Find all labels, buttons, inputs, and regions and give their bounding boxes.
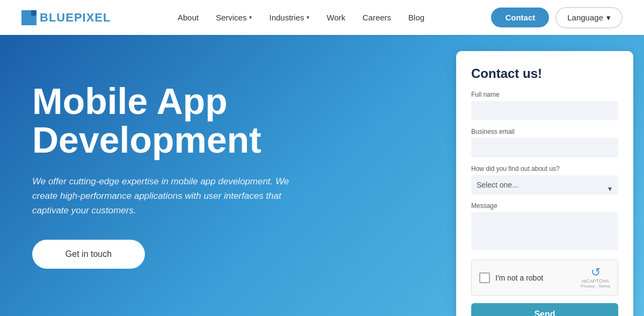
chevron-down-icon: ▾ <box>249 14 252 21</box>
captcha-checkbox[interactable] <box>479 272 490 283</box>
nav-blog[interactable]: Blog <box>408 13 425 22</box>
main-nav: About Services ▾ Industries ▾ Work Caree… <box>178 13 425 22</box>
hero-left: Mobile App Development We offer cutting-… <box>0 35 445 316</box>
nav-services[interactable]: Services ▾ <box>216 13 252 22</box>
logo[interactable]: BLUEPIXEL <box>21 10 111 25</box>
nav-about[interactable]: About <box>178 13 199 22</box>
business-email-label: Business email <box>471 128 618 135</box>
header: BLUEPIXEL About Services ▾ Industries ▾ … <box>0 0 644 35</box>
logo-text: BLUEPIXEL <box>40 11 111 25</box>
message-textarea[interactable] <box>471 212 618 250</box>
contact-card: Contact us! Full name Business email How… <box>456 51 633 316</box>
language-button[interactable]: Language ▾ <box>555 7 623 28</box>
recaptcha-icon: ↺ <box>591 267 601 278</box>
chevron-down-icon: ▾ <box>606 13 611 23</box>
recaptcha-brand: reCAPTCHA <box>582 278 609 284</box>
logo-pixel: PIXEL <box>74 11 111 24</box>
business-email-input[interactable] <box>471 138 618 157</box>
chevron-down-icon: ▾ <box>306 14 310 21</box>
full-name-label: Full name <box>471 91 618 98</box>
hero-subtitle: We offer cutting-edge expertise in mobil… <box>32 174 301 218</box>
how-select-wrapper: Select one... ▾ <box>471 175 618 202</box>
nav-work[interactable]: Work <box>327 13 346 22</box>
recaptcha-links: Privacy - Terms <box>581 284 610 289</box>
captcha-label: I'm not a robot <box>495 274 543 282</box>
how-select[interactable]: Select one... <box>471 175 618 195</box>
logo-blue: BLUE <box>40 11 74 24</box>
send-button[interactable]: Send <box>471 303 618 316</box>
captcha-left: I'm not a robot <box>479 272 543 283</box>
hero-right: Contact us! Full name Business email How… <box>445 35 644 316</box>
nav-actions: Contact Language ▾ <box>491 7 623 28</box>
contact-form-title: Contact us! <box>471 66 618 81</box>
message-label: Message <box>471 202 618 210</box>
logo-icon <box>21 10 36 25</box>
hero-title: Mobile App Development <box>32 82 413 159</box>
captcha-box: I'm not a robot ↺ reCAPTCHA Privacy - Te… <box>471 260 618 296</box>
nav-industries[interactable]: Industries ▾ <box>269 13 310 22</box>
get-in-touch-button[interactable]: Get in touch <box>32 240 145 269</box>
full-name-input[interactable] <box>471 101 618 120</box>
nav-careers[interactable]: Careers <box>363 13 391 22</box>
contact-button[interactable]: Contact <box>491 8 549 27</box>
hero-section: Mobile App Development We offer cutting-… <box>0 35 644 316</box>
how-label: How did you find out about us? <box>471 165 618 173</box>
captcha-right: ↺ reCAPTCHA Privacy - Terms <box>581 267 610 289</box>
